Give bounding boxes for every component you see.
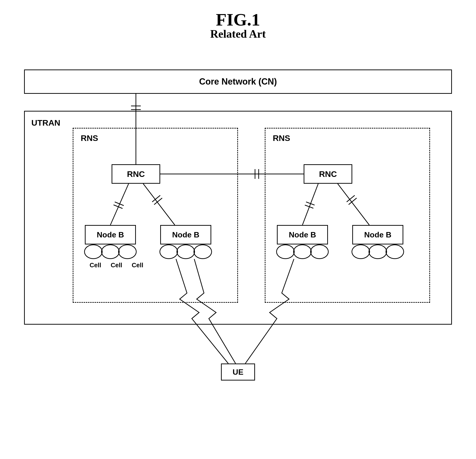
figure-number: FIG.1 xyxy=(15,10,461,30)
cells-group-1 xyxy=(85,244,136,259)
nodeb-box-2: Node B xyxy=(160,225,211,244)
rns-label-1: RNS xyxy=(81,133,98,143)
ue-box: UE xyxy=(221,364,255,381)
rnc-box-2: RNC xyxy=(304,164,352,184)
diagram-stage: Core Network (CN) UTRAN RNS RNS RNC RNC … xyxy=(24,69,452,390)
core-network-box: Core Network (CN) xyxy=(24,69,452,94)
nodeb-box-3: Node B xyxy=(277,225,328,244)
rnc-box-1: RNC xyxy=(112,164,160,184)
cell-labels-row: Cell Cell Cell xyxy=(85,261,148,269)
cells-group-2 xyxy=(160,244,211,259)
rns-label-2: RNS xyxy=(273,133,290,143)
nodeb-box-1: Node B xyxy=(85,225,136,244)
utran-label: UTRAN xyxy=(31,118,60,128)
rns-box-2: RNS xyxy=(265,128,430,303)
cell-label-2: Cell xyxy=(106,261,127,269)
cell-label-3: Cell xyxy=(127,261,148,269)
cell-label-1: Cell xyxy=(85,261,106,269)
figure-subtitle: Related Art xyxy=(15,27,461,40)
rns-box-1: RNS xyxy=(73,128,238,303)
figure-title: FIG.1 Related Art xyxy=(15,10,461,40)
cells-group-4 xyxy=(352,244,403,259)
cells-group-3 xyxy=(277,244,328,259)
nodeb-box-4: Node B xyxy=(352,225,403,244)
